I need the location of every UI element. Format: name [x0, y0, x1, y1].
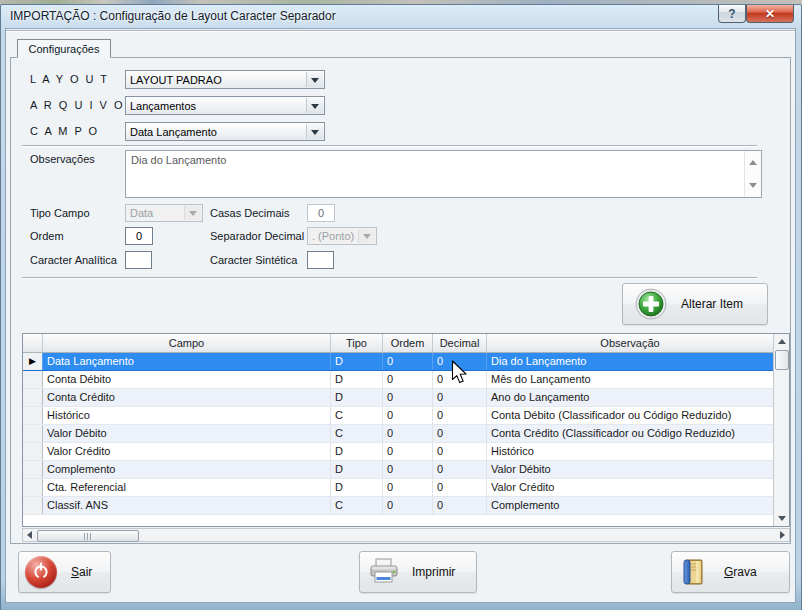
- cell-tipo: D: [331, 353, 383, 370]
- chevron-down-icon: [306, 98, 323, 113]
- header-ordem[interactable]: Ordem: [383, 334, 433, 352]
- cell-campo: Classif. ANS: [43, 497, 331, 514]
- cell-observacao: Histórico: [487, 443, 773, 460]
- cell-campo: Conta Débito: [43, 371, 331, 388]
- power-icon: [25, 556, 57, 588]
- table-row[interactable]: Valor DébitoC00Conta Crédito (Classifica…: [23, 425, 773, 443]
- vertical-scroll-thumb[interactable]: [775, 350, 789, 370]
- cell-ordem: 0: [383, 371, 433, 388]
- cell-observacao: Conta Crédito (Classificador ou Código R…: [487, 425, 773, 442]
- header-observacao[interactable]: Observação: [487, 334, 773, 352]
- cell-decimal: 0: [433, 425, 487, 442]
- save-book-icon: [680, 557, 708, 587]
- cell-ordem: 0: [383, 497, 433, 514]
- horizontal-scroll-thumb[interactable]: [37, 530, 139, 542]
- campo-label: C A M P O: [30, 125, 99, 137]
- row-marker: [23, 497, 43, 514]
- tipo-campo-select: Data: [125, 204, 203, 222]
- cell-campo: Cta. Referencial: [43, 479, 331, 496]
- cell-decimal: 0: [433, 407, 487, 424]
- data-grid: Campo Tipo Ordem Decimal Observação ▶Dat…: [22, 333, 790, 527]
- cell-decimal: 0: [433, 443, 487, 460]
- cell-tipo: D: [331, 371, 383, 388]
- row-marker: [23, 479, 43, 496]
- scroll-right-icon[interactable]: [776, 529, 789, 541]
- observacoes-value: Dia do Lançamento: [131, 154, 226, 166]
- observacoes-textarea[interactable]: Dia do Lançamento: [125, 150, 762, 198]
- cell-tipo: D: [331, 461, 383, 478]
- layout-label: L A Y O U T: [30, 73, 109, 85]
- table-row[interactable]: ComplementoD00Valor Débito: [23, 461, 773, 479]
- row-marker: [23, 371, 43, 388]
- tipo-campo-value: Data: [130, 207, 153, 219]
- table-row[interactable]: Conta DébitoD00Mês do Lançamento: [23, 371, 773, 389]
- row-marker: [23, 389, 43, 406]
- layout-value: LAYOUT PADRAO: [130, 74, 222, 86]
- cell-observacao: Complemento: [487, 497, 773, 514]
- table-row[interactable]: Classif. ANSC00Complemento: [23, 497, 773, 515]
- scroll-down-icon[interactable]: [774, 511, 789, 526]
- observacoes-label: Observações: [30, 153, 95, 165]
- scroll-left-icon[interactable]: [23, 529, 36, 541]
- imprimir-button[interactable]: Imprimir: [359, 551, 477, 593]
- separador-decimal-label: Separador Decimal: [210, 230, 304, 242]
- row-marker: ▶: [23, 353, 43, 370]
- cell-ordem: 0: [383, 389, 433, 406]
- divider: [22, 277, 757, 279]
- alterar-item-button[interactable]: Alterar Item: [622, 283, 768, 325]
- grava-button[interactable]: Grava: [671, 551, 790, 593]
- window-title: IMPORTAÇÃO : Configuração de Layout Cara…: [10, 9, 336, 23]
- header-tipo[interactable]: Tipo: [331, 334, 383, 352]
- grid-horizontal-scrollbar[interactable]: [22, 528, 790, 542]
- table-row[interactable]: Cta. ReferencialD00Valor Crédito: [23, 479, 773, 497]
- arquivo-select[interactable]: Lançamentos: [125, 96, 325, 115]
- cell-decimal: 0: [433, 389, 487, 406]
- ordem-label: Ordem: [30, 230, 64, 242]
- header-decimal[interactable]: Decimal: [433, 334, 487, 352]
- table-row[interactable]: Conta CréditoD00Ano do Lançamento: [23, 389, 773, 407]
- tab-configuracoes[interactable]: Configurações: [17, 39, 111, 58]
- cell-ordem: 0: [383, 425, 433, 442]
- caracter-analitica-field[interactable]: [125, 251, 152, 269]
- caracter-sintetica-field[interactable]: [307, 251, 334, 269]
- ordem-field[interactable]: [125, 227, 153, 245]
- screen: IMPORTAÇÃO : Configuração de Layout Cara…: [0, 0, 802, 610]
- scroll-down-icon: [749, 183, 757, 192]
- row-marker: [23, 461, 43, 478]
- help-button[interactable]: ?: [718, 5, 746, 23]
- table-row[interactable]: ▶Data LançamentoD00Dia do Lançamento: [23, 353, 773, 371]
- caracter-sintetica-label: Caracter Sintética: [210, 254, 297, 266]
- textarea-scrollbar[interactable]: [744, 151, 761, 197]
- casas-decimais-label: Casas Decimais: [210, 207, 289, 219]
- chevron-down-icon: [358, 229, 375, 243]
- cell-ordem: 0: [383, 407, 433, 424]
- table-row[interactable]: HistóricoC00Conta Débito (Classificador …: [23, 407, 773, 425]
- row-marker: [23, 425, 43, 442]
- cell-tipo: C: [331, 407, 383, 424]
- alterar-item-label: Alterar Item: [681, 297, 743, 311]
- imprimir-label: Imprimir: [412, 565, 455, 579]
- cell-campo: Data Lançamento: [43, 353, 331, 370]
- scroll-up-icon[interactable]: [774, 334, 789, 349]
- tipo-campo-label: Tipo Campo: [30, 207, 90, 219]
- sair-label: Sair: [71, 565, 92, 579]
- layout-select[interactable]: LAYOUT PADRAO: [125, 70, 325, 89]
- header-campo[interactable]: Campo: [43, 334, 331, 352]
- cell-observacao: Dia do Lançamento: [487, 353, 773, 370]
- campo-select[interactable]: Data Lançamento: [125, 122, 325, 141]
- grid-vertical-scrollbar[interactable]: [773, 334, 789, 526]
- close-icon: ✕: [765, 7, 775, 21]
- cell-ordem: 0: [383, 353, 433, 370]
- cell-decimal: 0: [433, 371, 487, 388]
- sair-button[interactable]: Sair: [18, 551, 111, 593]
- cell-observacao: Valor Débito: [487, 461, 773, 478]
- cell-decimal: 0: [433, 479, 487, 496]
- cell-ordem: 0: [383, 479, 433, 496]
- close-button[interactable]: ✕: [746, 5, 794, 23]
- table-row[interactable]: Valor CréditoD00Histórico: [23, 443, 773, 461]
- cell-tipo: D: [331, 389, 383, 406]
- tab-label: Configurações: [29, 43, 100, 55]
- grid-content: Campo Tipo Ordem Decimal Observação ▶Dat…: [23, 334, 773, 526]
- cell-campo: Valor Débito: [43, 425, 331, 442]
- cell-ordem: 0: [383, 461, 433, 478]
